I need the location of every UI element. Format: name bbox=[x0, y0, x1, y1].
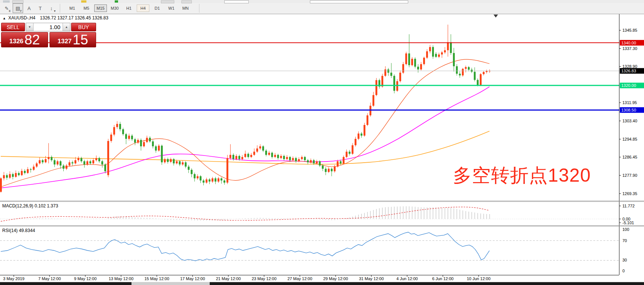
ask-price-box[interactable]: 1327 15 bbox=[50, 32, 96, 47]
candle bbox=[384, 69, 386, 76]
timeframe-button-m1[interactable]: M1 bbox=[66, 4, 79, 12]
candle bbox=[110, 135, 112, 141]
candle bbox=[238, 156, 240, 159]
h-scrollbar-track[interactable] bbox=[0, 282, 131, 285]
h-scrollbar-track[interactable] bbox=[210, 282, 644, 285]
candle bbox=[340, 161, 342, 163]
candle bbox=[226, 158, 228, 183]
candle bbox=[277, 155, 279, 158]
candle bbox=[432, 47, 434, 57]
candle bbox=[9, 174, 11, 178]
candle bbox=[456, 66, 458, 74]
timeframe-button-d1[interactable]: D1 bbox=[151, 4, 164, 12]
candle bbox=[21, 171, 23, 175]
symbol-header: ▲ XAUUSD-,H4 1326.72 1327.17 1326.45 132… bbox=[3, 15, 108, 21]
candle bbox=[45, 159, 47, 163]
candle bbox=[0, 178, 2, 192]
x-axis-label: 3 May 2019 bbox=[3, 276, 24, 281]
candle bbox=[292, 158, 294, 160]
timeframe-button-h4[interactable]: H4 bbox=[137, 4, 149, 12]
candle bbox=[63, 166, 64, 169]
candle bbox=[358, 134, 359, 139]
price-axis-label: 1337.30 bbox=[622, 46, 637, 51]
candle bbox=[364, 125, 365, 136]
timeframe-button-h1[interactable]: H1 bbox=[123, 4, 135, 12]
candle bbox=[54, 160, 55, 164]
hline-badge-label: 1308.50 bbox=[621, 108, 636, 112]
candle bbox=[295, 158, 297, 162]
candle bbox=[15, 173, 17, 177]
candle bbox=[250, 155, 252, 157]
candle bbox=[51, 157, 53, 160]
candle bbox=[30, 169, 32, 170]
candle bbox=[289, 157, 291, 160]
candle bbox=[265, 151, 267, 155]
candle bbox=[459, 74, 461, 76]
volume-input[interactable] bbox=[34, 23, 63, 31]
timeframe-button-m5[interactable]: M5 bbox=[80, 4, 93, 12]
candle bbox=[259, 146, 261, 148]
candle bbox=[325, 169, 327, 172]
bid-price-small: 1326 bbox=[9, 37, 23, 46]
ma-mid-line bbox=[1, 87, 489, 188]
candle bbox=[286, 157, 288, 159]
candle bbox=[268, 153, 270, 155]
volume-increase-icon[interactable]: ▲ bbox=[63, 23, 70, 31]
candle bbox=[405, 53, 407, 64]
chart-canvas[interactable]: 1340.001320.001308.501326.831345.851337.… bbox=[0, 0, 644, 285]
collapse-triangle-icon[interactable]: ▲ bbox=[3, 16, 6, 20]
clipped-toolbar-fragment bbox=[310, 0, 408, 3]
timeframe-button-m15[interactable]: M15 bbox=[94, 4, 107, 12]
timeframe-button-w1[interactable]: W1 bbox=[165, 4, 178, 12]
candle bbox=[113, 127, 115, 135]
candle bbox=[483, 72, 485, 74]
text-label-icon[interactable]: A bbox=[24, 3, 34, 13]
candle bbox=[170, 159, 172, 162]
buy-button[interactable]: BUY bbox=[71, 23, 96, 31]
volume-decrease-icon[interactable]: ▼ bbox=[26, 23, 34, 31]
candle bbox=[244, 154, 246, 157]
candle bbox=[221, 178, 222, 181]
rsi-axis-label: 100 bbox=[622, 227, 629, 232]
price-axis-label: 1345.85 bbox=[622, 28, 637, 32]
candle bbox=[128, 136, 130, 139]
timeframe-button-mn[interactable]: MN bbox=[179, 4, 192, 12]
candle bbox=[429, 47, 431, 51]
h-scrollbar bbox=[0, 282, 644, 285]
candle bbox=[328, 169, 330, 172]
arrow-objects-icon[interactable]: ↕▾ bbox=[46, 3, 57, 13]
fibonacci-icon[interactable]: ▤F bbox=[13, 3, 23, 13]
candle bbox=[101, 161, 103, 165]
sell-button[interactable]: SELL bbox=[1, 23, 25, 31]
candle bbox=[92, 160, 94, 163]
clipped-upper-toolbar bbox=[0, 0, 644, 3]
candle bbox=[197, 176, 199, 178]
candle bbox=[98, 158, 100, 162]
candle bbox=[188, 167, 190, 170]
candle bbox=[149, 138, 151, 141]
timeframe-button-m30[interactable]: M30 bbox=[108, 4, 121, 12]
bid-price-big: 82 bbox=[25, 34, 40, 46]
candle bbox=[218, 178, 219, 182]
h-scrollbar-thumb[interactable] bbox=[131, 282, 210, 285]
candle bbox=[375, 80, 377, 95]
candle bbox=[256, 148, 258, 152]
x-axis-label: 7 May 12:00 bbox=[38, 276, 61, 281]
hline-badge-label: 1340.00 bbox=[621, 41, 636, 45]
candle bbox=[322, 166, 324, 169]
draw-channel-icon[interactable]: ✎E bbox=[1, 3, 12, 13]
candle bbox=[232, 155, 234, 159]
macd-axis-label: -5.101 bbox=[622, 220, 634, 225]
rsi-axis-label: 0 bbox=[622, 269, 625, 273]
candle bbox=[426, 51, 428, 58]
candle bbox=[283, 156, 285, 159]
candle bbox=[116, 124, 118, 127]
candle bbox=[206, 179, 207, 183]
chart-shift-marker-icon bbox=[494, 15, 498, 18]
text-box-icon[interactable]: T bbox=[35, 3, 45, 13]
x-axis-label: 29 May 12:00 bbox=[323, 276, 348, 281]
candle bbox=[203, 181, 204, 183]
x-axis-label: 17 May 12:00 bbox=[180, 276, 205, 281]
candle bbox=[304, 157, 306, 160]
bid-price-box[interactable]: 1326 82 bbox=[1, 32, 48, 47]
